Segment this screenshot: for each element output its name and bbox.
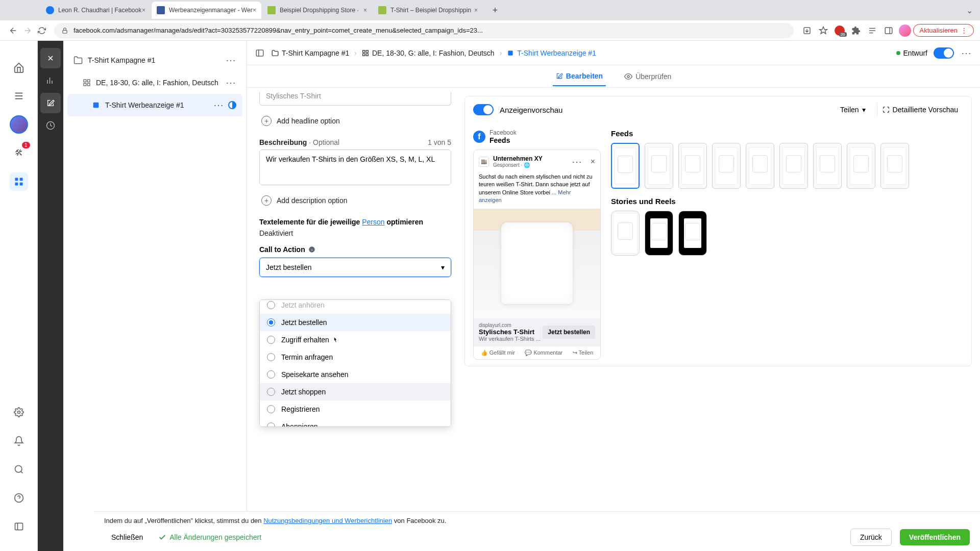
tools-icon[interactable]: 🛠1 xyxy=(10,144,28,162)
tab-overflow-icon[interactable]: ⌄ xyxy=(966,6,973,15)
preview-column: Anzeigenvorschau Teilen ▾ Detaillierte V… xyxy=(456,88,980,551)
like-button[interactable]: 👍 Gefällt mir xyxy=(481,349,515,356)
post-close-icon[interactable]: × xyxy=(591,157,595,166)
edit-icon[interactable] xyxy=(40,93,61,113)
reload-button[interactable] xyxy=(35,23,49,38)
bell-icon[interactable] xyxy=(10,432,28,450)
help-icon[interactable] xyxy=(10,489,28,507)
cta-option-selected[interactable]: Jetzt bestellen xyxy=(260,314,451,331)
post-cta-button[interactable]: Jetzt bestellen xyxy=(543,325,595,339)
placement-thumb[interactable] xyxy=(712,143,741,189)
cta-option[interactable]: Abonnieren xyxy=(260,418,451,427)
browser-tab[interactable]: T-Shirt – Beispiel Dropshippin × xyxy=(373,2,483,19)
post-header: 🏬 Unternehmen XYGesponsert · 🌐 × xyxy=(474,150,600,173)
share-button[interactable]: ↪ Teilen xyxy=(573,349,594,356)
close-icon[interactable]: × xyxy=(474,7,478,14)
update-button[interactable]: Aktualisieren⋮ xyxy=(913,24,974,37)
home-icon[interactable] xyxy=(10,58,28,77)
close-icon[interactable]: × xyxy=(363,7,367,14)
crumb-adset[interactable]: DE, 18-30, G: alle, I: Fashion, Deutsch xyxy=(362,49,495,57)
chart-icon[interactable] xyxy=(40,70,61,91)
placement-thumb[interactable] xyxy=(678,211,707,256)
grid-icon[interactable] xyxy=(10,172,28,191)
cta-option[interactable]: Termin anfragen xyxy=(260,348,451,366)
more-icon[interactable] xyxy=(961,47,972,59)
detailed-preview-button[interactable]: Detaillierte Vorschau xyxy=(877,103,963,117)
placement-thumb[interactable] xyxy=(746,143,774,189)
optimize-link[interactable]: Person xyxy=(362,218,384,226)
close-button[interactable]: Schließen xyxy=(104,529,150,545)
more-icon[interactable] xyxy=(226,77,236,89)
placement-thumb[interactable] xyxy=(645,211,673,256)
placement-thumb[interactable] xyxy=(611,211,640,256)
placement-thumb[interactable] xyxy=(880,143,909,189)
info-icon[interactable] xyxy=(308,246,315,253)
tab-review[interactable]: Überprüfen xyxy=(621,67,674,86)
post-domain: displayurl.com xyxy=(479,322,543,328)
star-icon[interactable] xyxy=(816,23,830,38)
cta-dropdown: Jetzt anhören Jetzt bestellen Zugriff er… xyxy=(259,299,451,427)
placement-thumb[interactable] xyxy=(847,143,875,189)
preview-card: Anzeigenvorschau Teilen ▾ Detaillierte V… xyxy=(464,96,972,366)
clock-icon[interactable] xyxy=(40,115,61,136)
add-option-label: Add headline option xyxy=(277,117,340,125)
publish-button[interactable]: Veröffentlichen xyxy=(900,529,970,545)
extensions-icon[interactable] xyxy=(849,23,863,38)
placement-thumb[interactable] xyxy=(611,143,640,189)
crumb-ad[interactable]: T-Shirt Werbeanzeige #1 xyxy=(507,49,596,57)
install-icon[interactable] xyxy=(800,23,814,38)
cta-option[interactable]: Zugriff erhalten xyxy=(260,331,451,348)
url-field[interactable]: facebook.com/adsmanager/manage/ads/edit?… xyxy=(54,23,794,38)
description-field[interactable]: Wir verkaufen T-Shirts in den Größen XS,… xyxy=(259,149,451,185)
tab-edit[interactable]: Bearbeiten xyxy=(553,67,606,86)
tree-adset-row[interactable]: DE, 18-30, G: alle, I: Fashion, Deutsch xyxy=(67,71,242,94)
add-description-option[interactable]: +Add description option xyxy=(259,190,451,211)
tree-ad-row[interactable]: T-Shirt Werbeanzeige #1 xyxy=(67,94,242,116)
reading-list-icon[interactable] xyxy=(865,23,879,38)
crumb-campaign[interactable]: T-Shirt Kampagne #1 xyxy=(272,49,349,57)
profile-avatar[interactable] xyxy=(898,23,912,38)
placement-thumb[interactable] xyxy=(678,143,707,189)
placement-thumb[interactable] xyxy=(813,143,842,189)
browser-tab-active[interactable]: Werbeanzeigenmanager - Wer × xyxy=(152,2,261,19)
cta-option[interactable]: Speisekarte ansehen xyxy=(260,366,451,383)
placement-thumb[interactable] xyxy=(779,143,808,189)
tree-label: DE, 18-30, G: alle, I: Fashion, Deutsch xyxy=(96,79,218,87)
account-avatar[interactable] xyxy=(10,115,28,134)
page-avatar: 🏬 xyxy=(479,157,489,167)
forward-button[interactable] xyxy=(20,23,35,38)
more-icon[interactable] xyxy=(213,99,224,111)
ext-lastpass-icon[interactable]: 26 xyxy=(832,23,847,38)
post-more-icon[interactable] xyxy=(572,156,582,168)
settings-icon[interactable] xyxy=(10,403,28,421)
back-button[interactable] xyxy=(6,23,20,38)
placement-thumb[interactable] xyxy=(645,143,673,189)
ad-toggle[interactable] xyxy=(934,47,954,59)
more-icon[interactable] xyxy=(226,54,236,66)
radio-icon xyxy=(267,370,275,379)
close-icon[interactable]: × xyxy=(142,7,145,14)
panel-icon[interactable] xyxy=(255,48,264,58)
new-tab-button[interactable]: + xyxy=(488,3,502,17)
headline-field[interactable]: Stylisches T-Shirt xyxy=(259,92,451,106)
sidepanel-icon[interactable] xyxy=(881,23,896,38)
search-icon[interactable] xyxy=(10,460,28,479)
menu-icon[interactable] xyxy=(10,87,28,105)
browser-tab[interactable]: Leon R. Chaudhari | Facebook × xyxy=(41,2,151,19)
cta-select[interactable]: Jetzt bestellen ▾ xyxy=(259,258,451,277)
close-editor-button[interactable] xyxy=(40,48,61,68)
cta-option-hover[interactable]: Jetzt shoppen xyxy=(260,383,451,400)
browser-tab[interactable]: Beispiel Dropshipping Store · × xyxy=(262,2,372,19)
cta-option[interactable]: Registrieren xyxy=(260,400,451,418)
comment-button[interactable]: 💬 Kommentar xyxy=(525,349,562,356)
tree-campaign-row[interactable]: T-Shirt Kampagne #1 xyxy=(67,49,242,71)
cta-option[interactable]: Jetzt anhören xyxy=(260,300,451,314)
saved-indicator: Alle Änderungen gespeichert xyxy=(158,533,261,541)
close-icon[interactable]: × xyxy=(253,7,256,14)
preview-toggle[interactable] xyxy=(473,104,494,115)
collapse-icon[interactable] xyxy=(10,517,28,536)
share-button[interactable]: Teilen ▾ xyxy=(835,103,871,117)
back-button[interactable]: Zurück xyxy=(850,529,892,546)
add-headline-option[interactable]: +Add headline option xyxy=(259,111,451,131)
tos-link[interactable]: Nutzungsbedingungen und Werberichtlinien xyxy=(263,517,392,524)
